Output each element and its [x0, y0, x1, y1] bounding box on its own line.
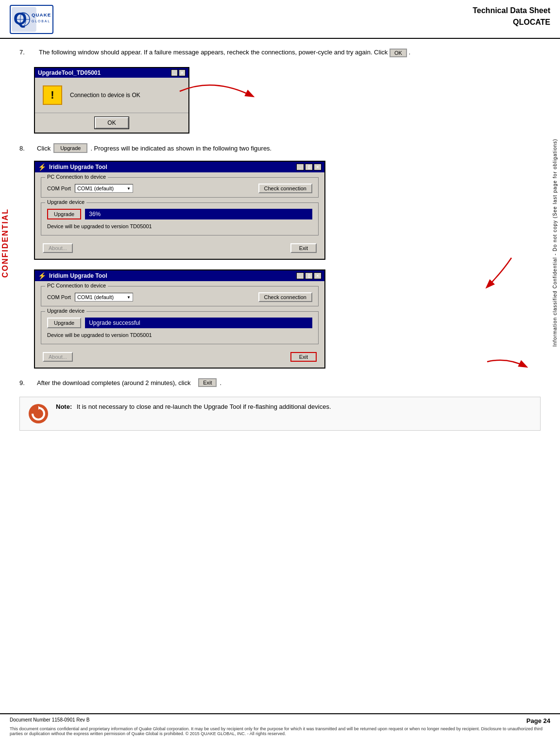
dialog-body: ! Connection to device is OK [35, 78, 188, 113]
window2-pc-group-label: PC Connection to device [45, 283, 108, 288]
step-7-number: 7. [19, 49, 34, 57]
window1-exit-btn[interactable]: Exit [290, 243, 317, 253]
step-8-click-label: Click [37, 145, 51, 152]
logo-box: Q QUAKE GLOBAL [10, 5, 53, 34]
window1-upgrade-btn[interactable]: Upgrade [47, 209, 81, 219]
window1-com-value: COM1 (default) [77, 185, 114, 191]
page-number: Page 24 [526, 717, 550, 724]
window1-titlebar: ⚡ Iridium Upgrade Tool _ ▯ × [35, 162, 324, 172]
step-9-text-before: After the download completes (around 2 m… [37, 379, 191, 386]
window1-pc-group-label: PC Connection to device [45, 174, 108, 180]
window1-pc-row: COM Port COM1 (default) ▼ Check connecti… [47, 182, 312, 193]
window2-controls: _ ▯ × [296, 272, 322, 279]
dialog-title-text: UpgradeTool_TD05001 [38, 69, 101, 76]
dropdown-arrow-icon: ▼ [127, 186, 131, 191]
logo-svg: Q QUAKE GLOBAL [11, 6, 52, 33]
dialog-footer: OK [35, 113, 188, 133]
window2-about-btn[interactable]: About... [43, 352, 73, 362]
upgrade-tool-window2: ⚡ Iridium Upgrade Tool _ ▯ × PC Connecti… [34, 269, 325, 369]
window1-wrapper: ⚡ Iridium Upgrade Tool _ ▯ × PC Connecti… [34, 161, 541, 260]
footer-legal: This document contains confidential and … [10, 726, 550, 736]
window2-title: Iridium Upgrade Tool [49, 272, 107, 279]
window2-version-text: Device will be upgraded to version TD050… [47, 330, 312, 340]
window1-progress-text: 36% [85, 211, 104, 218]
note-box: Note: It is not necessary to close and r… [19, 397, 541, 431]
window2-titlebar: ⚡ Iridium Upgrade Tool _ ▯ × [35, 270, 324, 281]
window2-upgrade-row: Upgrade Upgrade successful [47, 316, 312, 330]
window2-com-value: COM1 (default) [77, 294, 114, 300]
window1-version-text: Device will be upgraded to version TD050… [47, 221, 312, 231]
window2-pc-group: PC Connection to device COM Port COM1 (d… [41, 286, 319, 306]
header: Q QUAKE GLOBAL Technical Data Sheet QLOC… [0, 0, 560, 39]
step8-upgrade-inline-btn[interactable]: Upgrade [53, 143, 87, 153]
footer: Document Number 1158-0901 Rev B Page 24 … [0, 713, 560, 739]
window2-body: PC Connection to device COM Port COM1 (d… [35, 281, 324, 368]
svg-text:GLOBAL: GLOBAL [32, 19, 51, 23]
window2-progress-bar: Upgrade successful [85, 318, 312, 328]
window1-body: PC Connection to device COM Port COM1 (d… [35, 172, 324, 259]
dialog-titlebar: UpgradeTool_TD05001 _ × [35, 68, 188, 78]
main-content: 7. The following window should appear. I… [0, 39, 560, 450]
window1-progress-bar: 36% [85, 209, 312, 219]
lightning-icon2: ⚡ [38, 272, 46, 280]
window2-check-connection-btn[interactable]: Check connection [258, 292, 312, 302]
step7-ok-inline-btn[interactable]: OK [390, 49, 407, 57]
window1-about-btn[interactable]: About... [43, 243, 73, 253]
step-7: 7. The following window should appear. I… [19, 49, 541, 57]
confidential-sidebar-left: CONFIDENTIAL [0, 146, 11, 340]
warning-icon: ! [43, 85, 62, 105]
doc-number: Document Number 1158-0901 Rev B [10, 717, 90, 724]
step9-exit-inline-btn[interactable]: Exit [198, 378, 217, 387]
window1-pc-group: PC Connection to device COM Port COM1 (d… [41, 177, 319, 198]
step7-dialog-container: UpgradeTool_TD05001 _ × ! Connection to … [34, 67, 541, 134]
dialog-message: Connection to device is OK [70, 92, 140, 99]
footer-top: Document Number 1158-0901 Rev B Page 24 [10, 717, 550, 724]
window2-com-label: COM Port [47, 294, 71, 300]
window2-upgrade-group-label: Upgrade device [45, 308, 86, 314]
step-8-text-after: . Progress will be indicated as shown in… [90, 145, 272, 152]
note-text: It is not necessary to close and re-laun… [77, 403, 331, 410]
confidential-sidebar-right: Information classified Confidential - Do… [549, 97, 560, 388]
window2-upgrade-group: Upgrade device Upgrade Upgrade successfu… [41, 311, 319, 344]
step-8-number: 8. [19, 145, 34, 152]
note-text-area: Note: It is not necessary to close and r… [56, 403, 532, 410]
step-8-header: 8. Click Upgrade . Progress will be indi… [19, 143, 541, 153]
step-9-text-after: . [220, 379, 221, 386]
window2-exit-btn[interactable]: Exit [290, 352, 317, 362]
window1-com-select[interactable]: COM1 (default) ▼ [75, 184, 133, 193]
window2-close-btn[interactable]: × [314, 272, 322, 279]
window2-upgrade-btn[interactable]: Upgrade [47, 318, 81, 328]
window1-restore-btn[interactable]: ▯ [305, 164, 313, 170]
window2-arrow-svg [458, 352, 545, 391]
header-title: Technical Data Sheet QLOCATE [473, 5, 550, 28]
window2-restore-btn[interactable]: ▯ [305, 272, 313, 279]
step-9-number: 9. [19, 379, 34, 386]
note-label: Note: [56, 403, 72, 410]
window1-minimize-btn[interactable]: _ [296, 164, 304, 170]
window1-com-label: COM Port [47, 185, 71, 191]
dropdown-arrow-icon2: ▼ [127, 295, 131, 300]
note-icon [28, 403, 49, 424]
dialog-ok-button[interactable]: OK [95, 117, 128, 129]
window1-footer: About... Exit [41, 240, 319, 254]
window2-pc-row: COM Port COM1 (default) ▼ Check connecti… [47, 290, 312, 302]
window1-controls: _ ▯ × [296, 164, 322, 170]
window2-com-select[interactable]: COM1 (default) ▼ [75, 293, 133, 302]
window1-upgrade-group-label: Upgrade device [45, 199, 86, 205]
header-title-line2: QLOCATE [473, 17, 550, 28]
window2-minimize-btn[interactable]: _ [296, 272, 304, 279]
upgrade-tool-window1: ⚡ Iridium Upgrade Tool _ ▯ × PC Connecti… [34, 161, 325, 260]
upgrade-tool-dialog: UpgradeTool_TD05001 _ × ! Connection to … [34, 67, 189, 134]
window1-upgrade-row: Upgrade 36% [47, 207, 312, 221]
svg-text:QUAKE: QUAKE [32, 12, 51, 17]
window2-progress-text: Upgrade successful [85, 319, 144, 326]
window1-title: Iridium Upgrade Tool [49, 164, 107, 170]
window2-footer: About... Exit [41, 349, 319, 363]
step7-arrow-svg [175, 72, 272, 111]
header-title-line1: Technical Data Sheet [473, 5, 550, 17]
window1-upgrade-group: Upgrade device Upgrade 36% Device will b… [41, 202, 319, 235]
window1-check-connection-btn[interactable]: Check connection [258, 184, 312, 193]
logo-area: Q QUAKE GLOBAL [10, 5, 53, 34]
window2-wrapper: ⚡ Iridium Upgrade Tool _ ▯ × PC Connecti… [34, 269, 541, 369]
window1-close-btn[interactable]: × [314, 164, 322, 170]
